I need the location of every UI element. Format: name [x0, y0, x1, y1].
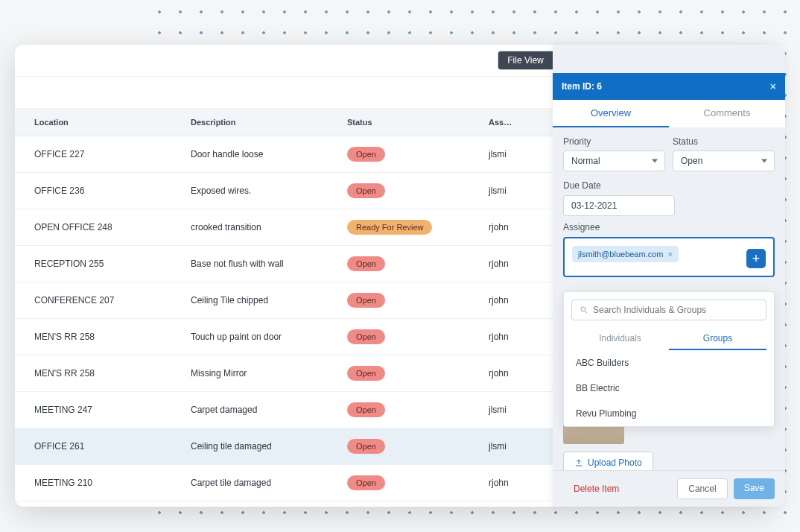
due-date-label: Due Date — [563, 180, 775, 191]
cell-location: MEN'S RR 258 — [15, 319, 171, 355]
cell-description: Carpet tile damaged — [171, 465, 328, 501]
add-assignee-button[interactable]: + — [746, 249, 766, 268]
priority-label: Priority — [563, 136, 665, 147]
priority-select[interactable]: Normal — [563, 151, 665, 171]
cell-description: Exposed wires. — [171, 173, 328, 209]
status-select[interactable]: Open — [673, 151, 775, 171]
cell-status: Open — [328, 392, 469, 428]
status-badge: Open — [347, 329, 385, 344]
assignee-chip[interactable]: jlsmith@bluebeam.com × — [572, 246, 679, 262]
cell-status: Open — [328, 428, 469, 465]
chip-remove-icon[interactable]: × — [668, 250, 673, 259]
cell-description: Incomplete Base — [171, 501, 328, 507]
status-badge: Open — [347, 147, 385, 162]
panel-header: Item ID: 6 × — [553, 73, 785, 100]
cell-location: RECEPTION 255 — [15, 246, 171, 282]
status-badge: Open — [347, 183, 385, 198]
upload-icon — [574, 458, 583, 467]
due-date-input[interactable]: 03-12-2021 — [563, 195, 675, 216]
search-input[interactable] — [593, 305, 758, 315]
cell-description: Base not flush with wall — [171, 246, 328, 282]
cell-location: CONFERENCE 207 — [15, 282, 171, 319]
svg-point-1 — [581, 307, 585, 311]
col-description[interactable]: Description — [171, 109, 328, 136]
save-button[interactable]: Save — [734, 478, 775, 499]
cell-status: Open — [328, 465, 469, 501]
status-badge: Open — [347, 402, 385, 417]
cell-status: Open — [328, 319, 469, 355]
status-badge: Open — [347, 366, 385, 381]
cell-location: MEN'S RR 258 — [15, 355, 171, 392]
group-option[interactable]: BB Electric — [564, 376, 774, 401]
assignee-label: Assignee — [563, 222, 775, 232]
cell-location: MEETING 210 — [15, 465, 171, 501]
col-status[interactable]: Status — [328, 109, 469, 136]
panel-title: Item ID: 6 — [562, 81, 602, 92]
assignee-dropdown: Individuals Groups ABC BuildersBB Electr… — [563, 291, 775, 427]
upload-label: Upload Photo — [588, 457, 642, 468]
tab-comments[interactable]: Comments — [669, 100, 785, 127]
cell-status: Open — [328, 136, 469, 173]
panel-footer: Delete Item Cancel Save — [553, 470, 785, 507]
detail-panel: Item ID: 6 × Overview Comments Priority … — [553, 45, 785, 507]
group-option[interactable]: Revu Plumbing — [564, 401, 774, 426]
status-badge: Open — [347, 256, 385, 271]
cell-status: Open — [328, 282, 469, 319]
cell-description: Missing Mirror — [171, 355, 328, 392]
panel-tabs: Overview Comments — [553, 100, 785, 127]
cell-status: Open — [328, 355, 469, 392]
search-box[interactable] — [571, 300, 766, 320]
cell-description: crooked transition — [171, 209, 328, 246]
cell-status: Ready For Review — [328, 209, 469, 246]
assignee-chip-text: jlsmith@bluebeam.com — [578, 250, 664, 259]
status-badge: Open — [347, 439, 385, 454]
cell-status: Open — [328, 173, 469, 209]
status-badge: Open — [347, 475, 385, 490]
cell-location: CIRCULATION 266 — [15, 501, 171, 507]
cell-status: Ready For Review — [328, 501, 469, 507]
cell-description: Touch up paint on door — [171, 319, 328, 355]
search-icon — [580, 305, 588, 314]
group-option[interactable]: ABC Builders — [564, 350, 774, 376]
cell-location: OPEN OFFICE 248 — [15, 209, 171, 246]
cancel-button[interactable]: Cancel — [677, 478, 727, 499]
cell-status: Open — [328, 246, 469, 282]
cell-description: Door handle loose — [171, 136, 328, 173]
cell-description: Ceiling tile damaged — [171, 428, 328, 465]
cell-description: Carpet damaged — [171, 392, 328, 428]
panel-body: Priority Normal Status Open Due Date 03-… — [553, 127, 785, 470]
tab-groups[interactable]: Groups — [669, 328, 766, 350]
cell-location: MEETING 247 — [15, 392, 171, 428]
delete-button[interactable]: Delete Item — [563, 479, 629, 498]
file-view-toggle[interactable]: File View — [498, 51, 552, 69]
tab-overview[interactable]: Overview — [553, 100, 669, 127]
close-icon[interactable]: × — [770, 80, 776, 92]
status-badge: Open — [347, 293, 385, 308]
status-label: Status — [673, 136, 775, 147]
col-location[interactable]: Location — [15, 109, 171, 136]
cell-location: OFFICE 261 — [15, 428, 171, 465]
photo-thumbnail[interactable] — [563, 425, 624, 444]
dropdown-tabs: Individuals Groups — [564, 328, 774, 350]
cell-location: OFFICE 227 — [15, 136, 171, 173]
status-badge: Ready For Review — [347, 220, 432, 235]
upload-photo-button[interactable]: Upload Photo — [563, 452, 653, 470]
cell-location: OFFICE 236 — [15, 173, 171, 209]
assignee-box[interactable]: jlsmith@bluebeam.com × + — [563, 237, 775, 277]
tab-individuals[interactable]: Individuals — [571, 328, 669, 350]
cell-description: Ceiling Tile chipped — [171, 282, 328, 319]
